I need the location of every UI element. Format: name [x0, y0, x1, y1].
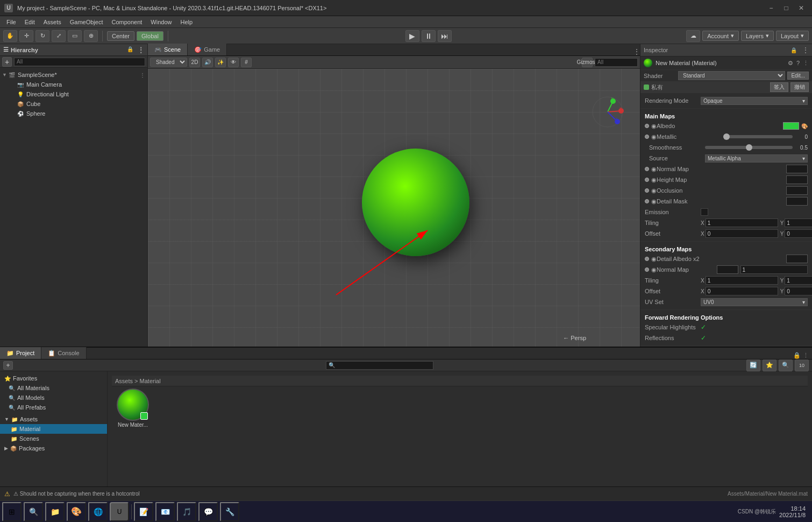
game-tab[interactable]: 🎯 Game [188, 44, 227, 55]
all-materials-item[interactable]: 🔍 All Materials [0, 383, 107, 393]
tag-sign-button[interactable]: 签入 [770, 82, 788, 92]
material-more-icon[interactable]: ⋮ [803, 60, 809, 67]
albedo-picker-icon[interactable]: 🎨 [801, 123, 808, 129]
occlusion-slot[interactable] [786, 186, 808, 195]
offset-x-input[interactable] [706, 229, 778, 238]
tag-revert-button[interactable]: 撤销 [790, 82, 809, 92]
offset-y-input[interactable] [785, 229, 812, 238]
private-checkbox[interactable] [644, 84, 649, 90]
global-local-button[interactable]: Global [137, 31, 163, 41]
hierarchy-add-button[interactable]: + [2, 57, 12, 67]
scene-viewport[interactable]: Y X Z [148, 69, 640, 347]
menu-assets[interactable]: Assets [39, 18, 66, 26]
hierarchy-lock-icon[interactable]: 🔒 [127, 46, 133, 54]
albedo-color-swatch[interactable] [783, 122, 799, 130]
menu-gameobject[interactable]: GameObject [66, 18, 108, 26]
hierarchy-options-icon[interactable]: ⋮ [138, 46, 144, 54]
taskbar-app2[interactable]: 📧 [155, 502, 175, 521]
material-help-icon[interactable]: ? [796, 60, 800, 66]
project-filter-icon[interactable]: 🔍 [779, 359, 793, 371]
cloud-button[interactable]: ☁ [686, 30, 700, 42]
sec-tiling-y-input[interactable] [785, 276, 812, 285]
taskbar-chrome-button[interactable]: 🌐 [88, 502, 108, 521]
layers-button[interactable]: Layers ▾ [741, 31, 774, 41]
inspector-options-icon[interactable]: ⋮ [802, 46, 809, 54]
project-zoom-button[interactable]: 10 [795, 359, 809, 371]
specular-highlights-check[interactable]: ✓ [701, 323, 706, 331]
layout-button[interactable]: Layout ▾ [776, 31, 809, 41]
transform-tool-button[interactable]: ⊕ [84, 30, 98, 42]
shader-edit-button[interactable]: Edit... [787, 72, 809, 80]
scene-options-icon[interactable]: ⋮ [140, 72, 145, 78]
taskbar-app3[interactable]: 🎵 [177, 502, 196, 521]
rect-tool-button[interactable]: ▭ [68, 30, 82, 42]
minimize-button[interactable]: − [765, 3, 778, 13]
step-button[interactable]: ⏭ [438, 30, 452, 42]
audio-button[interactable]: 🔊 [202, 58, 213, 67]
tiling-y-input[interactable] [785, 218, 812, 227]
2d-toggle-button[interactable]: 2D [189, 58, 200, 67]
taskbar-color-button[interactable]: 🎨 [67, 502, 86, 521]
hierarchy-item-cube[interactable]: 📦 Cube [0, 99, 147, 109]
smoothness-slider[interactable] [705, 146, 793, 149]
start-button[interactable]: ⊞ [2, 502, 22, 521]
hierarchy-menu-icon[interactable]: ☰ [3, 46, 9, 53]
uv-set-select[interactable]: UV0 ▾ [701, 298, 808, 306]
metallic-slider[interactable] [723, 135, 793, 138]
sec-offset-x-input[interactable] [706, 287, 778, 295]
play-button[interactable]: ▶ [405, 30, 419, 42]
assets-item[interactable]: ▼ 📁 Assets [0, 414, 107, 424]
hierarchy-search-input[interactable] [14, 58, 145, 66]
material-gear-icon[interactable]: ⚙ [788, 60, 793, 67]
shader-select[interactable]: Standard [678, 71, 785, 80]
menu-file[interactable]: File [2, 18, 20, 26]
sec-normal-value-input[interactable] [740, 265, 808, 274]
effects-button[interactable]: ✨ [215, 58, 226, 67]
console-tab[interactable]: 📋 Console [41, 347, 86, 359]
maximize-button[interactable]: □ [780, 3, 793, 13]
rendering-mode-select[interactable]: Opaque ▾ [701, 97, 808, 105]
project-star-icon[interactable]: ⭐ [763, 359, 777, 371]
scene-options-icon[interactable]: ⋮ [633, 48, 640, 55]
shading-mode-select[interactable]: Shaded [150, 58, 187, 67]
favorites-item[interactable]: ⭐ Favorites [0, 373, 107, 383]
grid-button[interactable]: # [241, 58, 252, 67]
reflections-check[interactable]: ✓ [701, 334, 706, 342]
hierarchy-item-directionallight[interactable]: 💡 Directional Light [0, 89, 147, 99]
search-taskbar-button[interactable]: 🔍 [24, 502, 43, 521]
project-search-input[interactable] [326, 361, 433, 370]
scene-search-input[interactable] [595, 58, 638, 67]
scale-tool-button[interactable]: ⤢ [52, 30, 66, 42]
inspector-lock-icon[interactable]: 🔒 [790, 47, 797, 53]
hierarchy-item-sphere[interactable]: ⚽ Sphere [0, 109, 147, 118]
rotate-tool-button[interactable]: ↻ [35, 30, 49, 42]
project-tab[interactable]: 📁 Project [0, 347, 41, 359]
scene-vis-button[interactable]: 👁 [228, 58, 239, 67]
gizmos-toggle[interactable]: Gizmos ▾ [582, 58, 593, 67]
taskbar-app5[interactable]: 🔧 [220, 502, 239, 521]
sec-offset-y-input[interactable] [785, 287, 812, 295]
project-add-button[interactable]: + [3, 361, 13, 370]
project-sync-icon[interactable]: 🔄 [746, 359, 760, 371]
material-folder-item[interactable]: 📁 Material [0, 424, 107, 434]
source-select[interactable]: Metallic Alpha ▾ [705, 154, 808, 163]
taskbar-app1[interactable]: 📝 [134, 502, 153, 521]
move-tool-button[interactable]: ✛ [19, 30, 33, 42]
sec-tiling-x-input[interactable] [706, 276, 778, 285]
pause-button[interactable]: ⏸ [422, 30, 436, 42]
scenes-folder-item[interactable]: 📁 Scenes [0, 434, 107, 443]
hand-tool-button[interactable]: ✋ [3, 30, 17, 42]
menu-help[interactable]: Help [176, 18, 197, 26]
taskbar-app4[interactable]: 💬 [198, 502, 218, 521]
center-pivot-button[interactable]: Center [107, 31, 134, 41]
account-button[interactable]: Account ▾ [702, 31, 739, 41]
sec-normal-map-slot[interactable] [717, 265, 738, 274]
menu-component[interactable]: Component [107, 18, 146, 26]
taskbar-folder-button[interactable]: 📁 [45, 502, 65, 521]
scene-tab[interactable]: 🎮 Scene [148, 44, 188, 55]
project-dots-icon[interactable]: ⋮ [803, 352, 809, 359]
tiling-x-input[interactable] [706, 218, 778, 227]
menu-edit[interactable]: Edit [20, 18, 39, 26]
asset-item-new-material[interactable]: New Mater... [114, 389, 152, 428]
sphere-3d-object[interactable] [362, 149, 469, 256]
